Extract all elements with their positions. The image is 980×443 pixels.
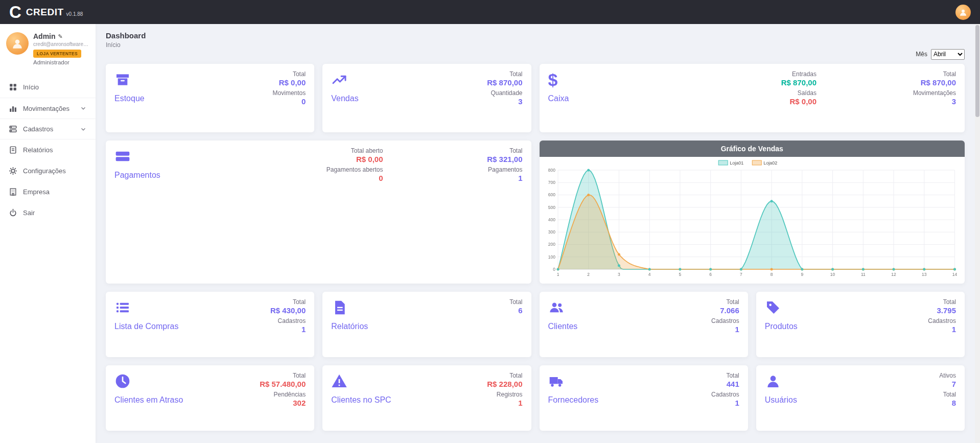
sidebar-item-inicio[interactable]: Início: [0, 77, 96, 98]
stat-value: 7.066: [711, 306, 739, 315]
card-usuarios[interactable]: Usuários Ativos 7 Total 8: [756, 365, 965, 431]
svg-text:1: 1: [556, 272, 559, 277]
svg-text:400: 400: [548, 217, 555, 222]
stat-value: R$ 0,00: [273, 78, 306, 87]
stat-value: 1: [270, 325, 306, 334]
stat-label: Total: [273, 71, 306, 78]
stat-label: Movimentações: [913, 89, 956, 97]
card-title[interactable]: Caixa: [548, 94, 956, 103]
scrollbar[interactable]: [975, 24, 980, 443]
dashboard-grid: Estoque Total R$ 0,00 Movimentos 0 Venda…: [106, 64, 965, 431]
card-caixa[interactable]: $ Caixa Entradas R$ 870,00 Saídas R$ 0,0…: [540, 64, 965, 132]
svg-text:5: 5: [679, 272, 681, 277]
sidebar-item-cadastros[interactable]: Cadastros: [0, 119, 96, 139]
card-lista-de-compras[interactable]: Lista de Compras Total R$ 430,00 Cadastr…: [106, 292, 314, 357]
archive-icon: [114, 72, 131, 88]
card-pagamentos[interactable]: Pagamentos Total aberto R$ 0,00 Pagament…: [106, 141, 531, 284]
list-icon: [114, 299, 131, 316]
power-icon: [9, 208, 17, 217]
building-icon: [9, 188, 17, 196]
card-fornecedores[interactable]: Fornecedores Total 441 Cadastros 1: [540, 365, 748, 431]
sales-chart: 0100200300400500600700800123456789101112…: [543, 158, 962, 281]
card-title[interactable]: Fornecedores: [548, 395, 739, 405]
app-name: CREDIT: [26, 7, 64, 18]
month-label: Mês: [916, 51, 927, 58]
stat-label: Pendências: [260, 391, 306, 398]
sidebar-item-sair[interactable]: Sair: [0, 202, 96, 223]
card-title[interactable]: Produtos: [765, 322, 956, 331]
topbar-user-avatar[interactable]: [955, 5, 971, 20]
stat-label: Ativos: [939, 372, 956, 379]
stat-value: 6: [509, 306, 522, 315]
stat-label: Total: [939, 391, 956, 398]
clipboard-icon: [9, 146, 17, 154]
sidebar-item-label: Início: [23, 83, 39, 91]
cash-icon: [114, 148, 131, 165]
app-version: v0.1.88: [66, 11, 83, 17]
sidebar-item-movimentacoes[interactable]: Movimentações: [0, 98, 96, 119]
truck-icon: [548, 373, 565, 389]
card-title[interactable]: Pagamentos: [114, 171, 523, 180]
user-profile: Admin ✎ credit@anronsoftware.co... LOJA …: [0, 24, 96, 72]
stat-label: Total: [487, 372, 522, 379]
user-icon: [765, 373, 781, 389]
scrollbar-thumb[interactable]: [975, 25, 979, 117]
layers-icon: [9, 125, 17, 133]
svg-text:13: 13: [922, 272, 927, 277]
user-avatar[interactable]: [6, 32, 29, 55]
stat-value: R$ 870,00: [913, 78, 956, 87]
sidebar-item-label: Movimentações: [23, 105, 69, 112]
sidebar-item-label: Cadastros: [23, 125, 53, 133]
card-estoque[interactable]: Estoque Total R$ 0,00 Movimentos 0: [106, 64, 314, 132]
svg-text:7: 7: [740, 272, 742, 277]
stat-label: Cadastros: [270, 317, 306, 324]
stat-value: R$ 870,00: [781, 78, 816, 87]
sidebar-item-empresa[interactable]: Empresa: [0, 181, 96, 202]
main-content: Dashboard Início Mês Abril Estoque Total…: [96, 24, 975, 443]
card-stats: Total 7.066 Cadastros 1: [711, 298, 739, 336]
sidebar-item-configuracoes[interactable]: Configurações: [0, 160, 96, 181]
card-vendas[interactable]: Vendas Total R$ 870,00 Quantidade 3: [322, 64, 531, 132]
card-clientes[interactable]: Clientes Total 7.066 Cadastros 1: [540, 292, 748, 357]
svg-text:700: 700: [548, 180, 555, 185]
sidebar-menu: Início Movimentações Cadastros Relatório…: [0, 77, 96, 223]
card-title[interactable]: Usuários: [765, 395, 956, 405]
card-clientes-em-atraso[interactable]: Clientes em Atraso Total R$ 57.480,00 Pe…: [106, 365, 314, 431]
card-stats: Ativos 7 Total 8: [939, 372, 956, 410]
stat-label: Total: [270, 298, 306, 306]
stat-value: R$ 870,00: [487, 78, 522, 87]
card-clientes-no-spc[interactable]: Clientes no SPC Total R$ 228,00 Registro…: [322, 365, 531, 431]
month-select[interactable]: Abril: [931, 49, 965, 60]
stat-label: Movimentos: [273, 89, 306, 97]
card-relatorios[interactable]: Relatórios Total 6: [322, 292, 531, 357]
card-stats: Total R$ 870,00 Quantidade 3: [487, 71, 522, 108]
stat-label: Total: [711, 298, 739, 306]
stat-label: Total: [487, 147, 522, 154]
card-title[interactable]: Relatórios: [331, 322, 522, 331]
stat-label: Cadastros: [711, 391, 739, 398]
sidebar-item-relatorios[interactable]: Relatórios: [0, 139, 96, 160]
card-produtos[interactable]: Produtos Total 3.795 Cadastros 1: [756, 292, 965, 357]
user-name: Admin: [33, 32, 56, 40]
stat-label: Total aberto: [326, 147, 383, 154]
chevron-down-icon: [80, 105, 87, 112]
app-logo: C: [9, 4, 21, 20]
stat-value: 7: [939, 380, 956, 388]
stat-value: R$ 228,00: [487, 380, 522, 388]
stat-value: 8: [939, 399, 956, 407]
stat-value: 1: [711, 399, 739, 407]
stat-label: Entradas: [781, 71, 816, 78]
bar-chart-icon: [9, 104, 17, 113]
stat-label: Cadastros: [711, 317, 739, 324]
stat-value: 302: [260, 399, 306, 407]
sidebar-item-label: Sair: [23, 209, 35, 217]
stat-label: Total: [487, 71, 522, 78]
card-stats: Total 3.795 Cadastros 1: [928, 298, 956, 336]
stat-label: Total: [711, 372, 739, 379]
card-title[interactable]: Clientes: [548, 322, 739, 331]
svg-text:8: 8: [770, 272, 773, 277]
svg-text:6: 6: [709, 272, 712, 277]
breadcrumb: Início: [106, 41, 965, 49]
svg-text:Loja02: Loja02: [763, 160, 777, 166]
edit-profile-icon[interactable]: ✎: [58, 33, 63, 40]
